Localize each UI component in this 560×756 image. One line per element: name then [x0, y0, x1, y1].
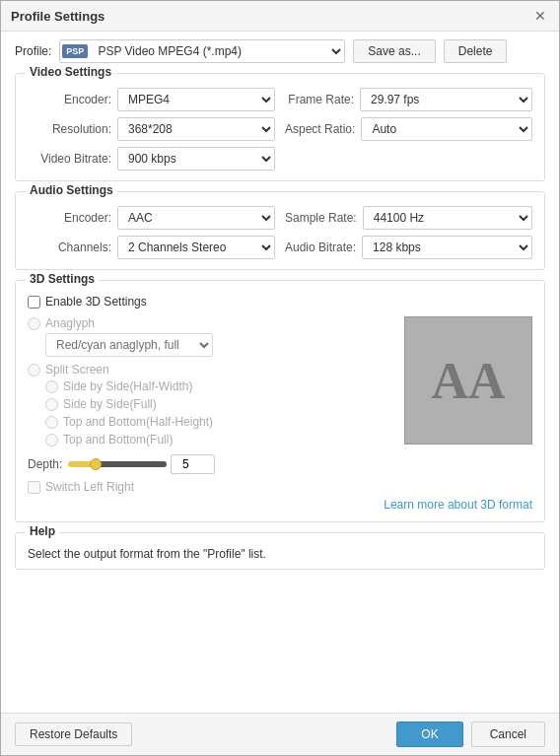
video-bitrate-label: Video Bitrate:: [28, 152, 111, 166]
3d-bottom-row: Learn more about 3D format: [28, 498, 532, 512]
footer-right: OK Cancel: [396, 722, 545, 747]
restore-defaults-button[interactable]: Restore Defaults: [15, 722, 132, 746]
depth-label: Depth:: [28, 457, 62, 471]
depth-slider-thumb[interactable]: [90, 458, 102, 470]
side-by-side-full-row: Side by Side(Full): [45, 397, 394, 411]
sample-rate-row: Sample Rate: 44100 Hz: [285, 206, 532, 230]
switch-left-right-checkbox[interactable]: [28, 481, 40, 494]
3d-settings-body: Enable 3D Settings Anaglyph Red/cyan ana…: [28, 295, 532, 512]
anaglyph-label: Anaglyph: [45, 316, 95, 330]
cancel-button[interactable]: Cancel: [471, 722, 545, 747]
side-by-side-half-radio[interactable]: [45, 380, 58, 393]
help-text: Select the output format from the "Profi…: [28, 547, 532, 561]
video-settings-grid: Encoder: MPEG4 Frame Rate: 29.97 fps Res…: [28, 88, 532, 171]
audio-settings-title: Audio Settings: [26, 183, 117, 197]
encoder-label: Encoder:: [28, 93, 111, 106]
aspect-ratio-select[interactable]: Auto: [361, 117, 532, 141]
resolution-row: Resolution: 368*208: [28, 117, 275, 141]
split-screen-radio-row: Split Screen: [28, 363, 394, 377]
anaglyph-radio[interactable]: [28, 317, 40, 330]
save-as-button[interactable]: Save as...: [353, 39, 435, 63]
learn-more-link[interactable]: Learn more about 3D format: [384, 498, 532, 512]
audio-bitrate-label: Audio Bitrate:: [285, 241, 356, 254]
resolution-select[interactable]: 368*208: [117, 117, 275, 141]
anaglyph-select-wrap: Red/cyan anaglyph, full color: [45, 333, 394, 357]
top-bottom-half-radio[interactable]: [45, 416, 58, 429]
frame-rate-row: Frame Rate: 29.97 fps: [285, 88, 532, 111]
split-screen-label: Split Screen: [45, 363, 109, 377]
depth-input[interactable]: 5: [171, 454, 215, 474]
dialog-title: Profile Settings: [11, 9, 105, 24]
preview-aa-text: AA: [431, 352, 505, 410]
video-settings-section: Video Settings Encoder: MPEG4 Frame Rate…: [15, 73, 545, 181]
side-by-side-full-radio[interactable]: [45, 398, 58, 411]
encoder-select[interactable]: MPEG4: [117, 88, 275, 111]
top-bottom-full-row: Top and Bottom(Full): [45, 433, 394, 447]
frame-rate-select[interactable]: 29.97 fps: [360, 88, 532, 111]
audio-encoder-label: Encoder:: [28, 211, 111, 225]
sample-rate-label: Sample Rate:: [285, 211, 357, 225]
channels-label: Channels:: [28, 241, 111, 254]
channels-row: Channels: 2 Channels Stereo: [28, 236, 275, 259]
video-bitrate-select[interactable]: 900 kbps: [117, 147, 275, 171]
audio-encoder-row: Encoder: AAC: [28, 206, 275, 230]
switch-left-right-label: Switch Left Right: [45, 480, 134, 494]
top-bottom-full-radio[interactable]: [45, 434, 58, 447]
profile-icon: PSP: [62, 44, 88, 58]
enable-3d-row: Enable 3D Settings: [28, 295, 532, 309]
audio-bitrate-select[interactable]: 128 kbps: [362, 236, 532, 259]
depth-slider-track[interactable]: [68, 461, 167, 467]
top-bottom-half-label: Top and Bottom(Half-Height): [63, 415, 213, 429]
close-button[interactable]: ✕: [531, 7, 549, 25]
encoder-row: Encoder: MPEG4: [28, 88, 275, 111]
dialog-body: Profile: PSP PSP Video MPEG4 (*.mp4) Sav…: [1, 32, 559, 713]
profile-settings-dialog: Profile Settings ✕ Profile: PSP PSP Vide…: [0, 0, 560, 756]
title-bar: Profile Settings ✕: [1, 1, 559, 32]
audio-settings-section: Audio Settings Encoder: AAC Sample Rate:…: [15, 191, 545, 270]
frame-rate-label: Frame Rate:: [285, 93, 354, 106]
help-title: Help: [26, 524, 59, 538]
profile-label: Profile:: [15, 44, 51, 58]
delete-button[interactable]: Delete: [444, 39, 508, 63]
side-by-side-half-label: Side by Side(Half-Width): [63, 379, 192, 393]
anaglyph-select[interactable]: Red/cyan anaglyph, full color: [45, 333, 213, 357]
split-screen-radio[interactable]: [28, 364, 40, 377]
depth-row: Depth: 5: [28, 454, 394, 474]
enable-3d-label[interactable]: Enable 3D Settings: [45, 295, 147, 309]
3d-settings-title: 3D Settings: [26, 272, 99, 286]
3d-preview-box: AA: [404, 316, 532, 445]
video-settings-title: Video Settings: [26, 65, 115, 79]
aspect-ratio-label: Aspect Ratio:: [285, 122, 355, 136]
side-by-side-full-label: Side by Side(Full): [63, 397, 157, 411]
side-by-side-half-row: Side by Side(Half-Width): [45, 379, 394, 393]
dialog-footer: Restore Defaults OK Cancel: [1, 713, 559, 755]
audio-settings-grid: Encoder: AAC Sample Rate: 44100 Hz Chann…: [28, 206, 532, 259]
sample-rate-select[interactable]: 44100 Hz: [363, 206, 532, 230]
channels-select[interactable]: 2 Channels Stereo: [117, 236, 275, 259]
depth-slider-wrap: 5: [68, 454, 215, 474]
ok-button[interactable]: OK: [396, 722, 462, 747]
3d-settings-section: 3D Settings Enable 3D Settings Anaglyph: [15, 280, 545, 522]
resolution-label: Resolution:: [28, 122, 111, 136]
profile-select[interactable]: PSP Video MPEG4 (*.mp4): [90, 40, 344, 62]
top-bottom-half-row: Top and Bottom(Half-Height): [45, 415, 394, 429]
3d-split-layout: Anaglyph Red/cyan anaglyph, full color S…: [28, 316, 532, 494]
aspect-ratio-row: Aspect Ratio: Auto: [285, 117, 532, 141]
audio-bitrate-row: Audio Bitrate: 128 kbps: [285, 236, 532, 259]
split-screen-options: Side by Side(Half-Width) Side by Side(Fu…: [45, 379, 394, 447]
3d-left-controls: Anaglyph Red/cyan anaglyph, full color S…: [28, 316, 394, 494]
switch-row: Switch Left Right: [28, 480, 394, 494]
enable-3d-checkbox[interactable]: [28, 296, 40, 309]
top-bottom-full-label: Top and Bottom(Full): [63, 433, 173, 447]
profile-row: Profile: PSP PSP Video MPEG4 (*.mp4) Sav…: [15, 39, 545, 63]
profile-select-wrap: PSP PSP Video MPEG4 (*.mp4): [59, 39, 345, 63]
anaglyph-radio-row: Anaglyph: [28, 316, 394, 330]
audio-encoder-select[interactable]: AAC: [117, 206, 275, 230]
help-section: Help Select the output format from the "…: [15, 532, 545, 570]
video-bitrate-row: Video Bitrate: 900 kbps: [28, 147, 275, 171]
